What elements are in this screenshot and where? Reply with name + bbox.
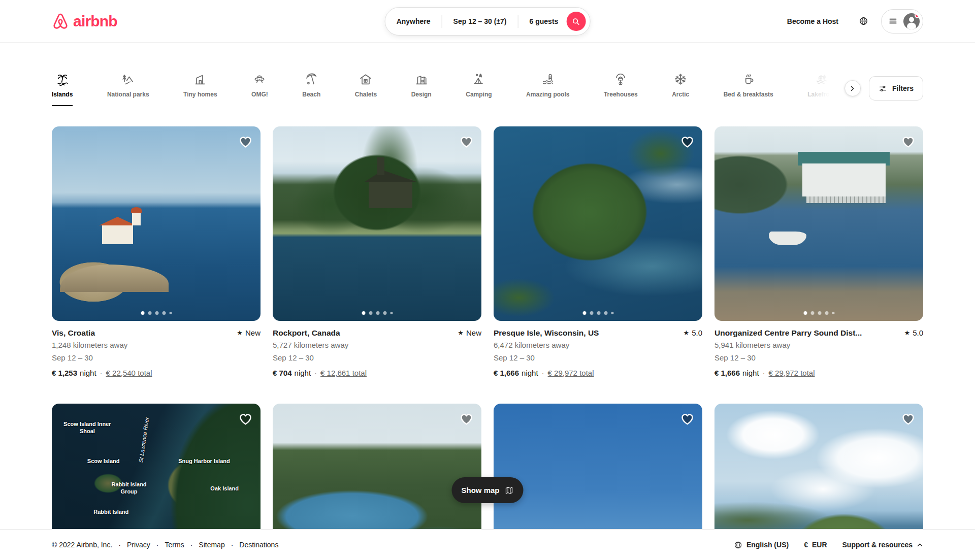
language-globe-button[interactable] xyxy=(853,11,874,32)
cottage-house-illustration xyxy=(802,163,886,196)
category-camping[interactable]: Camping xyxy=(466,72,492,106)
category-list: Islands National parks Tiny homes OMG! B… xyxy=(52,72,835,106)
total-price-link[interactable]: € 22,540 total xyxy=(106,369,152,377)
listing-price: € 1,666 night · € 29,972 total xyxy=(494,369,702,377)
price-separator: · xyxy=(762,369,766,377)
footer-separator: · xyxy=(118,541,121,549)
footer-link-destinations[interactable]: Destinations xyxy=(239,541,278,549)
footer-left: © 2022 Airbnb, Inc. · Privacy · Terms · … xyxy=(52,541,278,549)
footer-language-button[interactable]: English (US) xyxy=(734,541,789,549)
category-omg[interactable]: OMG! xyxy=(251,72,268,106)
wishlist-heart-button[interactable] xyxy=(900,411,916,428)
listing-distance: 1,248 kilometers away xyxy=(52,340,261,350)
photo-pagination-dots xyxy=(803,311,834,315)
star-icon: ★ xyxy=(237,329,243,337)
rating-value: 5.0 xyxy=(692,328,702,337)
listing-dates: Sep 12 – 30 xyxy=(52,353,261,363)
category-chalets[interactable]: Chalets xyxy=(355,72,377,106)
category-national-parks[interactable]: National parks xyxy=(107,72,149,106)
boat-illustration xyxy=(769,232,806,245)
show-map-label: Show map xyxy=(461,486,499,495)
footer-support-button[interactable]: Support & resources xyxy=(842,541,923,549)
listing-card-vis-croatia[interactable]: Vis, Croatia ★ New 1,248 kilometers away… xyxy=(52,126,261,377)
filters-sliders-icon xyxy=(879,84,887,93)
island-house-chimney-illustration xyxy=(377,157,384,175)
wishlist-heart-button[interactable] xyxy=(679,411,695,428)
ufo-icon xyxy=(252,72,267,86)
category-amazing-pools[interactable]: Amazing pools xyxy=(526,72,569,106)
map-label: Scow Island Inner Shoal xyxy=(60,421,114,435)
heart-icon xyxy=(459,411,474,426)
listing-photo[interactable] xyxy=(52,126,261,321)
category-beach[interactable]: Beach xyxy=(302,72,320,106)
currency-code: EUR xyxy=(812,541,827,549)
listing-details: Vis, Croatia ★ New 1,248 kilometers away… xyxy=(52,328,261,377)
category-filter-bar: Islands National parks Tiny homes OMG! B… xyxy=(0,43,975,106)
map-label: Snug Harbor Island xyxy=(177,458,232,465)
price-per-night: € 1,666 xyxy=(494,369,519,377)
category-islands[interactable]: Islands xyxy=(52,72,73,106)
listing-price: € 1,666 night · € 29,972 total xyxy=(714,369,923,377)
listing-card-parry-sound[interactable]: Unorganized Centre Parry Sound Dist... ★… xyxy=(714,126,923,377)
heart-icon xyxy=(679,411,695,426)
category-label: Beach xyxy=(302,91,320,98)
wishlist-heart-button[interactable] xyxy=(900,134,916,151)
filters-button[interactable]: Filters xyxy=(869,76,923,101)
category-lakefront[interactable]: Lakefront xyxy=(807,72,835,106)
user-avatar xyxy=(903,13,920,29)
footer-link-sitemap[interactable]: Sitemap xyxy=(199,541,224,549)
airbnb-logo[interactable]: airbnb xyxy=(52,12,117,30)
category-label: Lakefront xyxy=(807,91,835,98)
search-dates-segment[interactable]: Sep 12 – 30 (±7) xyxy=(442,17,518,25)
show-map-button[interactable]: Show map xyxy=(451,477,523,503)
price-separator: · xyxy=(313,369,318,377)
category-design[interactable]: Design xyxy=(411,72,432,106)
listing-photo[interactable] xyxy=(494,126,702,321)
treehouse-icon xyxy=(613,72,628,86)
listing-photo[interactable] xyxy=(714,126,923,321)
listing-details: Presque Isle, Wisconsin, US ★ 5.0 6,472 … xyxy=(494,328,702,377)
listing-photo[interactable] xyxy=(273,126,481,321)
modern-building-icon xyxy=(414,72,429,86)
airbnb-belo-icon xyxy=(52,12,69,30)
total-price-link[interactable]: € 29,972 total xyxy=(548,369,594,377)
rating-value: New xyxy=(466,328,481,337)
category-tiny-homes[interactable]: Tiny homes xyxy=(183,72,217,106)
map-label: St Lawrence River xyxy=(138,417,151,463)
category-treehouses[interactable]: Treehouses xyxy=(604,72,638,106)
lighthouse-house-illustration xyxy=(102,224,134,244)
wishlist-heart-button[interactable] xyxy=(238,411,253,428)
header-right-menu: Become a Host xyxy=(780,9,923,34)
total-price-link[interactable]: € 12,661 total xyxy=(320,369,367,377)
wishlist-heart-button[interactable] xyxy=(459,411,474,428)
photo-pagination-dots xyxy=(141,311,172,315)
listing-card-rockport-canada[interactable]: Rockport, Canada ★ New 5,727 kilometers … xyxy=(273,126,481,377)
listing-dates: Sep 12 – 30 xyxy=(494,353,702,363)
scroll-categories-right-button[interactable] xyxy=(844,80,861,96)
category-bed-and-breakfasts[interactable]: Bed & breakfasts xyxy=(724,72,773,106)
total-price-link[interactable]: € 29,972 total xyxy=(769,369,815,377)
rating-value: 5.0 xyxy=(913,328,923,337)
category-controls: Filters xyxy=(844,76,923,101)
category-label: Bed & breakfasts xyxy=(724,91,773,98)
heart-icon xyxy=(900,411,916,426)
listing-card-presque-isle[interactable]: Presque Isle, Wisconsin, US ★ 5.0 6,472 … xyxy=(494,126,702,377)
wishlist-heart-button[interactable] xyxy=(459,134,474,151)
heart-icon xyxy=(238,134,253,149)
beach-umbrella-icon xyxy=(304,72,318,86)
snowflake-icon xyxy=(673,72,688,86)
search-location-segment[interactable]: Anywhere xyxy=(385,17,442,25)
star-icon: ★ xyxy=(683,329,689,337)
listing-rating: ★ New xyxy=(458,328,481,337)
search-button[interactable] xyxy=(566,12,586,31)
listing-dates: Sep 12 – 30 xyxy=(273,353,481,363)
become-a-host-link[interactable]: Become a Host xyxy=(780,11,846,31)
search-guests-segment[interactable]: 6 guests xyxy=(518,17,567,25)
category-arctic[interactable]: Arctic xyxy=(672,72,689,106)
footer-link-terms[interactable]: Terms xyxy=(165,541,184,549)
wishlist-heart-button[interactable] xyxy=(679,134,695,151)
wishlist-heart-button[interactable] xyxy=(238,134,253,151)
footer-link-privacy[interactable]: Privacy xyxy=(127,541,150,549)
user-menu-button[interactable] xyxy=(881,9,923,34)
footer-currency-button[interactable]: € EUR xyxy=(804,541,827,549)
